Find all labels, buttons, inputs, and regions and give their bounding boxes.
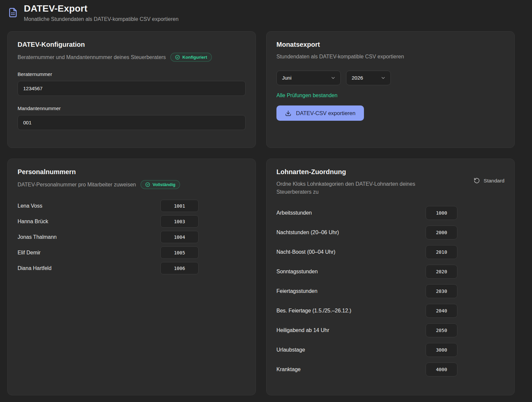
wage-code-input[interactable]: [426, 226, 457, 239]
employee-row: Jonas Thalmann: [18, 231, 199, 243]
chevron-down-icon: [330, 75, 336, 81]
wage-code-input[interactable]: [426, 304, 457, 318]
konfiguration-title: DATEV-Konfiguration: [18, 41, 246, 48]
wage-code-input[interactable]: [426, 245, 457, 259]
cards-grid: DATEV-Konfiguration Beraternummer und Ma…: [7, 31, 525, 395]
chevron-down-icon: [381, 75, 386, 81]
wage-mapping-row: Heiligabend ab 14 Uhr: [276, 323, 457, 337]
wage-category-label: Urlaubstage: [276, 347, 305, 353]
datev-konfiguration-card: DATEV-Konfiguration Beraternummer und Ma…: [7, 31, 256, 148]
export-csv-button-label: DATEV-CSV exportieren: [296, 110, 355, 116]
page-title: DATEV-Export: [24, 3, 179, 14]
konfiguration-subtitle: Beraternummer und Mandantennummer deines…: [18, 53, 166, 61]
wage-category-label: Nachtstunden (20–06 Uhr): [276, 230, 339, 235]
wage-category-label: Arbeitsstunden: [276, 210, 312, 216]
employee-number-input[interactable]: [160, 262, 199, 274]
reset-standard-button[interactable]: Standard: [474, 177, 504, 184]
rotate-ccw-icon: [474, 177, 480, 184]
lohnarten-card: Lohnarten-Zuordnung Ordne Kloks Lohnkate…: [266, 159, 515, 395]
employee-row: Diana Hartfeld: [18, 262, 199, 274]
employee-row: Elif Demir: [18, 246, 199, 259]
employee-name: Diana Hartfeld: [18, 265, 51, 271]
personalnummern-card: Personalnummern DATEV-Personalnummer pro…: [7, 159, 256, 395]
employee-number-input[interactable]: [160, 246, 199, 259]
wage-mapping-row: Nacht-Boost (00–04 Uhr): [276, 245, 457, 259]
employee-list: Lena Voss Hanna Brück Jonas Thalmann Eli…: [18, 200, 199, 274]
wage-category-label: Heiligabend ab 14 Uhr: [276, 327, 329, 333]
wage-mapping-row: Bes. Feiertage (1.5./25.–26.12.): [276, 304, 457, 318]
file-document-icon: [7, 6, 19, 21]
employee-name: Lena Voss: [18, 203, 42, 209]
wage-code-input[interactable]: [426, 265, 457, 279]
lohnarten-title: Lohnarten-Zuordnung: [276, 168, 436, 176]
download-icon: [285, 110, 291, 116]
month-select[interactable]: Juni: [276, 71, 341, 85]
reset-standard-label: Standard: [484, 178, 504, 184]
wage-code-input[interactable]: [426, 323, 457, 337]
beraternummer-label: Beraternummer: [18, 71, 246, 77]
year-select[interactable]: 2026: [346, 71, 391, 85]
wage-category-label: Nacht-Boost (00–04 Uhr): [276, 249, 335, 255]
checks-passed-status: Alle Prüfungen bestanden: [276, 93, 504, 99]
employee-name: Hanna Brück: [18, 219, 48, 225]
vollstaendig-badge-label: Vollständig: [152, 182, 175, 187]
wage-code-input[interactable]: [426, 284, 457, 298]
personalnummern-title: Personalnummern: [18, 168, 246, 176]
monatsexport-title: Monatsexport: [276, 41, 504, 48]
employee-number-input[interactable]: [160, 231, 199, 243]
konfiguriert-badge: Konfiguriert: [170, 53, 211, 62]
wage-mapping-row: Arbeitsstunden: [276, 206, 457, 220]
wage-mapping-row: Sonntagsstunden: [276, 265, 457, 279]
wage-code-input[interactable]: [426, 343, 457, 357]
beraternummer-input[interactable]: [18, 81, 246, 96]
year-select-value: 2026: [352, 75, 363, 81]
monatsexport-subtitle: Stundendaten als DATEV-kompatible CSV ex…: [276, 53, 404, 61]
employee-name: Jonas Thalmann: [18, 234, 57, 240]
wage-category-label: Kranktage: [276, 367, 301, 372]
page-subtitle: Monatliche Stundendaten als DATEV-kompat…: [24, 16, 179, 22]
datev-export-page: DATEV-Export Monatliche Stundendaten als…: [0, 0, 532, 395]
employee-name: Elif Demir: [18, 250, 40, 256]
wage-code-input[interactable]: [426, 363, 457, 376]
employee-row: Lena Voss: [18, 200, 199, 212]
employee-row: Hanna Brück: [18, 215, 199, 228]
vollstaendig-badge: Vollständig: [141, 180, 180, 189]
wage-category-label: Sonntagsstunden: [276, 269, 318, 275]
lohnarten-subtitle: Ordne Kloks Lohnkategorien den DATEV-Loh…: [276, 180, 436, 196]
month-select-value: Juni: [282, 75, 291, 81]
mandantennummer-label: Mandantennummer: [18, 105, 246, 111]
export-csv-button[interactable]: DATEV-CSV exportieren: [276, 105, 364, 121]
wage-mapping-list: Arbeitsstunden Nachtstunden (20–06 Uhr) …: [276, 206, 457, 376]
page-header: DATEV-Export Monatliche Stundendaten als…: [7, 3, 525, 22]
personalnummern-subtitle: DATEV-Personalnummer pro Mitarbeiter zuw…: [18, 181, 136, 189]
check-circle-icon: [175, 55, 180, 60]
wage-mapping-row: Nachtstunden (20–06 Uhr): [276, 226, 457, 239]
wage-code-input[interactable]: [426, 206, 457, 220]
konfiguriert-badge-label: Konfiguriert: [182, 55, 207, 60]
wage-mapping-row: Urlaubstage: [276, 343, 457, 357]
wage-mapping-row: Kranktage: [276, 363, 457, 376]
wage-mapping-row: Feiertagsstunden: [276, 284, 457, 298]
check-circle-icon: [145, 182, 150, 187]
employee-number-input[interactable]: [160, 215, 199, 228]
mandantennummer-input[interactable]: [18, 115, 246, 130]
page-header-text: DATEV-Export Monatliche Stundendaten als…: [24, 3, 179, 22]
wage-category-label: Feiertagsstunden: [276, 288, 318, 294]
employee-number-input[interactable]: [160, 200, 199, 212]
monatsexport-card: Monatsexport Stundendaten als DATEV-komp…: [266, 31, 515, 148]
wage-category-label: Bes. Feiertage (1.5./25.–26.12.): [276, 308, 351, 314]
